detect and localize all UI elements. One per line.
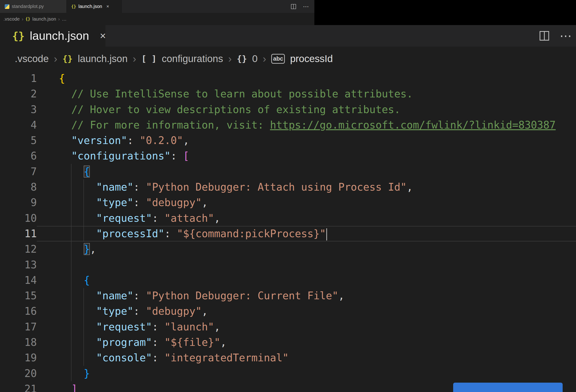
object-symbol-icon: {} (237, 54, 247, 63)
line-number[interactable]: 10 (0, 210, 37, 226)
code-line-9[interactable]: 9 "type": "debugpy", (0, 195, 576, 210)
breadcrumb-item-0[interactable]: 0 (252, 53, 258, 64)
split-editor-icon[interactable] (539, 30, 550, 41)
code-lines: 1{2 // Use IntelliSense to learn about p… (0, 71, 576, 392)
json-braces-icon: {} (62, 54, 72, 63)
code-text: "type": "debugpy", (37, 195, 576, 210)
line-number[interactable]: 5 (0, 133, 37, 148)
python-file-icon (5, 4, 9, 9)
more-actions-icon[interactable]: ⋯ (303, 3, 309, 10)
code-text: "console": "integratedTerminal" (37, 350, 576, 366)
chevron-right-icon: › (22, 16, 24, 22)
line-number[interactable]: 13 (0, 257, 37, 273)
line-number[interactable]: 14 (0, 273, 37, 288)
empty-black-region (314, 0, 576, 25)
line-number[interactable]: 2 (0, 86, 37, 102)
code-text: { (37, 71, 576, 86)
code-text (37, 257, 576, 273)
code-text: } (37, 366, 576, 381)
breadcrumb-item-launch-json[interactable]: launch.json (32, 16, 56, 22)
add-configuration-button[interactable] (453, 383, 563, 392)
line-number[interactable]: 9 (0, 195, 37, 210)
code-line-3[interactable]: 3 // Hover to view descriptions of exist… (0, 102, 576, 117)
line-number[interactable]: 19 (0, 350, 37, 366)
code-line-13[interactable]: 13 (0, 257, 576, 273)
line-number[interactable]: 4 (0, 117, 37, 133)
code-line-7[interactable]: 7 { (0, 164, 576, 179)
code-line-4[interactable]: 4 // For more information, visit: https:… (0, 117, 576, 133)
native-editor-actions: ⋯ (291, 0, 309, 13)
code-text: "program": "${file}", (37, 335, 576, 350)
more-actions-icon[interactable]: ⋯ (560, 30, 572, 42)
tab-launch-json[interactable]: {} launch.json × (67, 0, 122, 13)
line-number[interactable]: 12 (0, 241, 37, 257)
breadcrumb-item-configurations[interactable]: configurations (162, 53, 223, 64)
line-number[interactable]: 6 (0, 148, 37, 164)
line-number[interactable]: 17 (0, 319, 37, 335)
code-line-15[interactable]: 15 "name": "Python Debugger: Current Fil… (0, 288, 576, 304)
breadcrumb-item-vscode[interactable]: .vscode (15, 53, 49, 64)
line-number[interactable]: 21 (0, 381, 37, 392)
line-number[interactable]: 20 (0, 366, 37, 381)
code-text: { (37, 164, 576, 179)
tab-standardplot-py[interactable]: standardplot.py (0, 0, 67, 13)
code-line-5[interactable]: 5 "version": "0.2.0", (0, 133, 576, 148)
chevron-right-icon: › (58, 16, 60, 22)
code-line-18[interactable]: 18 "program": "${file}", (0, 335, 576, 350)
line-number[interactable]: 18 (0, 335, 37, 350)
chevron-right-icon: › (263, 53, 266, 65)
code-text: "name": "Python Debugger: Attach using P… (37, 179, 576, 195)
code-line-20[interactable]: 20 } (0, 366, 576, 381)
code-text: { (37, 273, 576, 288)
code-text: }, (37, 241, 576, 257)
json-braces-icon: {} (26, 17, 30, 21)
line-number[interactable]: 15 (0, 288, 37, 304)
code-line-16[interactable]: 16 "type": "debugpy", (0, 304, 576, 319)
tab-label: standardplot.py (12, 4, 44, 9)
chevron-right-icon: › (228, 53, 232, 65)
line-number[interactable]: 7 (0, 164, 37, 179)
json-braces-icon: {} (71, 4, 76, 9)
code-line-19[interactable]: 19 "console": "integratedTerminal" (0, 350, 576, 366)
breadcrumb-item-launch-json[interactable]: launch.json (78, 53, 128, 64)
editor-tab-bar: {} launch.json × ⋯ (0, 25, 576, 47)
code-line-11[interactable]: 11 "processId": "${command:pickProcess}" (0, 226, 576, 241)
split-editor-icon[interactable] (291, 4, 296, 9)
chevron-right-icon: › (54, 53, 58, 65)
tab-label: launch.json (78, 4, 102, 9)
text-cursor (326, 228, 327, 240)
code-text: "processId": "${command:pickProcess}" (37, 226, 576, 241)
code-text: "request": "attach", (37, 210, 576, 226)
vscode-window: standardplot.py {} launch.json × ⋯ .vsco… (0, 0, 576, 392)
code-line-14[interactable]: 14 { (0, 273, 576, 288)
line-number[interactable]: 1 (0, 71, 37, 86)
code-text: "type": "debugpy", (37, 304, 576, 319)
chevron-right-icon: › (133, 53, 136, 65)
code-text: // Hover to view descriptions of existin… (37, 102, 576, 117)
close-icon[interactable]: × (100, 30, 106, 42)
editor-actions: ⋯ (539, 25, 572, 47)
breadcrumb-item-processid[interactable]: processId (290, 53, 333, 64)
line-number[interactable]: 16 (0, 304, 37, 319)
code-text: // For more information, visit: https://… (37, 117, 576, 133)
breadcrumb-item-vscode[interactable]: .vscode (3, 16, 20, 22)
code-text: "version": "0.2.0", (37, 133, 576, 148)
code-line-17[interactable]: 17 "request": "launch", (0, 319, 576, 335)
line-number[interactable]: 3 (0, 102, 37, 117)
code-line-8[interactable]: 8 "name": "Python Debugger: Attach using… (0, 179, 576, 195)
line-number[interactable]: 11 (0, 226, 37, 241)
array-symbol-icon: [ ] (141, 54, 157, 63)
line-number[interactable]: 8 (0, 179, 37, 195)
code-line-6[interactable]: 6 "configurations": [ (0, 148, 576, 164)
code-line-12[interactable]: 12 }, (0, 241, 576, 257)
breadcrumb-item-ellipsis[interactable]: … (62, 16, 67, 22)
code-editor: 1{2 // Use IntelliSense to learn about p… (0, 71, 576, 392)
tab-launch-json-large[interactable]: {} launch.json × (0, 25, 106, 47)
code-text: "name": "Python Debugger: Current File", (37, 288, 576, 304)
breadcrumb: .vscode › {} launch.json › [ ] configura… (0, 47, 576, 71)
json-braces-icon: {} (12, 30, 25, 42)
code-line-1[interactable]: 1{ (0, 71, 576, 86)
close-icon[interactable]: × (106, 4, 109, 9)
code-line-10[interactable]: 10 "request": "attach", (0, 210, 576, 226)
code-line-2[interactable]: 2 // Use IntelliSense to learn about pos… (0, 86, 576, 102)
